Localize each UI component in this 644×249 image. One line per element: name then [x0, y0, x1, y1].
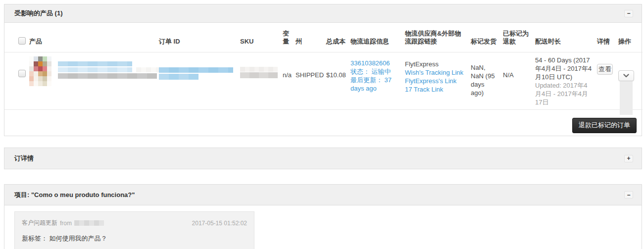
product-cell — [29, 52, 159, 110]
row-checkbox[interactable] — [18, 70, 26, 77]
col-header-marked-shipped: 标记发货 — [471, 23, 503, 52]
delivery-time-updated: Updated: 2017年4月4日 - 2017年4月17日 — [535, 82, 588, 106]
col-header-order-id: 订单 ID — [159, 23, 240, 52]
col-header-actions: 操作 — [618, 23, 643, 52]
ticket-body: 客户问题更新 from 2017-05-15 01:52:02 新标签： 如何使… — [4, 205, 642, 249]
col-header-state: 州 — [296, 23, 326, 52]
tracking-info-cell: 33610382606 状态： 运输中 最后更新： 37 days ago — [350, 52, 405, 110]
product-thumbnail[interactable] — [29, 56, 51, 86]
redacted-sku-line — [240, 67, 278, 72]
table-row: n/a SHIPPED $10.08 33610382606 状态： 运输中 最… — [4, 52, 643, 110]
comment-meta: 客户问题更新 from 2017-05-15 01:52:02 — [22, 219, 247, 227]
table-header-row: 产品 订单 ID SKU 变量 州 总成本 物流追踪信息 物流供应商&外部物流跟… — [4, 23, 643, 52]
comment-body-text: 新标签： 如何使用我的产品？ — [22, 234, 247, 243]
tracking-number-link[interactable]: 33610382606 — [350, 59, 400, 67]
affected-products-table: 产品 订单 ID SKU 变量 州 总成本 物流追踪信息 物流供应商&外部物流跟… — [4, 23, 643, 110]
select-all-checkbox[interactable] — [18, 37, 26, 45]
provider-tracking-link[interactable]: FlytExpress's Link — [405, 77, 466, 85]
sku-cell — [240, 52, 283, 110]
state-cell: SHIPPED — [296, 52, 326, 110]
view-details-button[interactable]: 查看 — [597, 64, 613, 75]
panel-title: 订详情 — [14, 154, 34, 163]
seventeen-track-link[interactable]: 17 Track Link — [405, 85, 466, 94]
redacted-product-title[interactable] — [58, 61, 161, 66]
tracking-status-link[interactable]: 状态： 运输中 — [350, 67, 400, 76]
panel-title: 项目: "Como o meu produto funciona?" — [14, 191, 135, 199]
provider-name: FlytExpress — [405, 60, 466, 68]
col-header-total-cost: 总成本 — [326, 23, 350, 52]
col-header-details: 详情 — [597, 23, 618, 52]
details-cell: 查看 — [597, 52, 618, 110]
redacted-product-subtitle[interactable] — [58, 67, 132, 72]
order-details-header: 订详情 + — [4, 148, 642, 169]
tracking-updated-link[interactable]: 最后更新： 37 days ago — [350, 76, 400, 93]
actions-cell — [618, 52, 643, 110]
col-header-tracking: 物流追踪信息 — [350, 23, 405, 52]
order-details-panel: 订详情 + — [4, 148, 642, 169]
marked-shipped-cell: NaN, NaN (95 days ago) — [471, 52, 503, 110]
comment-from-label: from — [60, 220, 72, 227]
expand-plus-icon[interactable]: + — [624, 155, 633, 162]
panel-title: 受影响的产品 (1) — [14, 9, 63, 18]
open-dropdown-menu — [620, 81, 633, 115]
comment-type-label: 客户问题更新 — [22, 219, 57, 227]
comment-timestamp: 2017-05-15 01:52:02 — [192, 220, 247, 227]
col-header-marked-refunded: 已标记为退款 — [503, 23, 535, 52]
total-cost-cell: $10.08 — [326, 52, 350, 110]
delivery-time-range: 54 - 60 Days (2017年4月4日 - 2017年4月10日 UTC… — [535, 56, 592, 81]
customer-comment-card: 客户问题更新 from 2017-05-15 01:52:02 新标签： 如何使… — [14, 211, 254, 249]
collapse-minus-icon[interactable]: − — [624, 10, 633, 17]
redacted-author-name — [74, 220, 104, 226]
redacted-order-id-link[interactable] — [159, 67, 235, 73]
affected-products-header: 受影响的产品 (1) − — [4, 4, 642, 23]
redacted-order-id-link2[interactable] — [159, 74, 235, 80]
actions-dropdown-button[interactable] — [618, 70, 634, 81]
table-footer: 退款已标记的订单 — [4, 110, 642, 136]
refund-marked-orders-button[interactable]: 退款已标记的订单 — [572, 118, 637, 133]
col-header-product: 产品 — [29, 23, 159, 52]
delivery-time-cell: 54 - 60 Days (2017年4月4日 - 2017年4月10日 UTC… — [535, 52, 597, 110]
wish-tracking-link[interactable]: Wish's Tracking Link — [405, 68, 466, 77]
col-header-provider: 物流供应商&外部物流跟踪链接 — [405, 23, 471, 52]
marked-refunded-cell: N/A — [503, 52, 535, 110]
redacted-product-id — [58, 73, 161, 79]
collapse-minus-icon[interactable]: − — [624, 191, 633, 199]
affected-products-panel: 受影响的产品 (1) − 产品 订单 ID SKU 变量 州 总成本 物流追踪信… — [4, 4, 642, 136]
redacted-product-extra — [136, 67, 161, 72]
order-id-cell — [159, 52, 240, 110]
ticket-panel: 项目: "Como o meu produto funciona?" − 客户问… — [4, 184, 642, 249]
variant-cell: n/a — [283, 52, 296, 110]
ticket-header: 项目: "Como o meu produto funciona?" − — [4, 185, 642, 205]
col-header-delivery-time: 配送时长 — [535, 23, 597, 52]
redacted-sku-line — [240, 72, 278, 78]
col-header-sku: SKU — [240, 23, 283, 52]
provider-cell: FlytExpress Wish's Tracking Link FlytExp… — [405, 52, 471, 110]
col-header-variant: 变量 — [283, 23, 296, 52]
chevron-down-icon — [623, 74, 629, 78]
